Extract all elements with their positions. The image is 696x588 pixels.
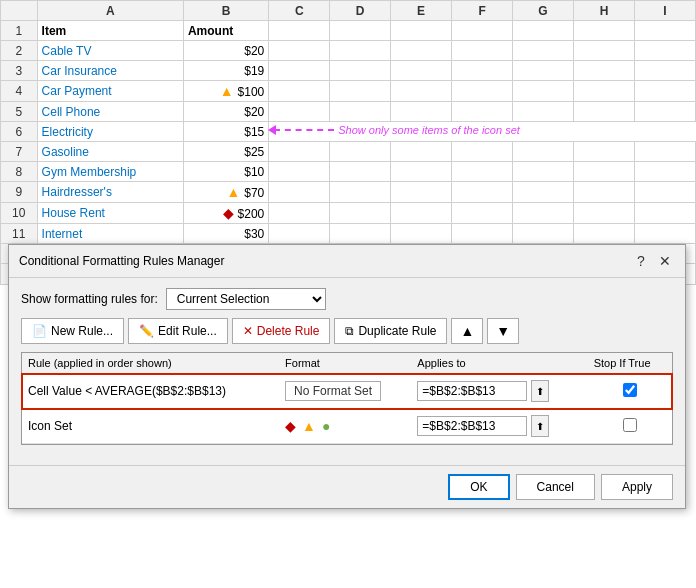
cell-empty bbox=[513, 21, 574, 41]
duplicate-rule-icon: ⧉ bbox=[345, 324, 354, 338]
cell-empty bbox=[391, 102, 452, 122]
col-format: Format bbox=[279, 353, 411, 374]
icon-set-display: ◆▲● bbox=[285, 418, 405, 434]
duplicate-rule-label: Duplicate Rule bbox=[358, 324, 436, 338]
dialog-titlebar: Conditional Formatting Rules Manager ? ✕ bbox=[9, 245, 685, 278]
cell-empty bbox=[391, 142, 452, 162]
titlebar-buttons: ? ✕ bbox=[631, 251, 675, 271]
cell-empty bbox=[452, 182, 513, 203]
cell-item: Gym Membership bbox=[37, 162, 183, 182]
cell-empty bbox=[330, 182, 391, 203]
ok-button[interactable]: OK bbox=[448, 474, 509, 500]
cell-empty bbox=[391, 61, 452, 81]
cell-empty bbox=[634, 142, 695, 162]
applies-to-expand-button[interactable]: ⬆ bbox=[531, 380, 549, 402]
stop-if-true-checkbox[interactable] bbox=[623, 418, 637, 432]
cell-amount: ◆ $200 bbox=[183, 203, 268, 224]
show-rules-dropdown[interactable]: Current Selection This Sheet bbox=[166, 288, 326, 310]
dialog-body: Show formatting rules for: Current Selec… bbox=[9, 278, 685, 465]
cell-amount: $20 bbox=[183, 41, 268, 61]
stop-if-true-checkbox[interactable] bbox=[623, 383, 637, 397]
cell-empty bbox=[330, 142, 391, 162]
applies-to-cell: ⬆ bbox=[411, 374, 587, 409]
cell-empty bbox=[391, 203, 452, 224]
format-diamond-red-icon: ◆ bbox=[285, 418, 296, 434]
rule-row[interactable]: Cell Value < AVERAGE($B$2:$B$13)No Forma… bbox=[22, 374, 672, 409]
cell-amount: ▲ $70 bbox=[183, 182, 268, 203]
rule-row[interactable]: Icon Set◆▲●⬆ bbox=[22, 409, 672, 444]
rule-text-cell: Cell Value < AVERAGE($B$2:$B$13) bbox=[22, 374, 279, 409]
table-row: 6Electricity$15Show only some items of t… bbox=[1, 122, 696, 142]
cell-amount: $25 bbox=[183, 142, 268, 162]
row-number: 10 bbox=[1, 203, 38, 224]
cell-amount: Amount bbox=[183, 21, 268, 41]
cell-item: Car Insurance bbox=[37, 61, 183, 81]
cell-empty bbox=[452, 224, 513, 244]
cell-empty bbox=[452, 102, 513, 122]
rule-text: Cell Value < AVERAGE($B$2:$B$13) bbox=[28, 384, 226, 398]
duplicate-rule-button[interactable]: ⧉ Duplicate Rule bbox=[334, 318, 447, 344]
delete-rule-button[interactable]: ✕ Delete Rule bbox=[232, 318, 331, 344]
cell-empty bbox=[269, 203, 330, 224]
close-button[interactable]: ✕ bbox=[655, 251, 675, 271]
cell-empty bbox=[513, 81, 574, 102]
move-down-button[interactable]: ▼ bbox=[487, 318, 519, 344]
col-header-d: D bbox=[330, 1, 391, 21]
cell-empty bbox=[391, 81, 452, 102]
format-circle-green-icon: ● bbox=[322, 418, 330, 434]
rule-text: Icon Set bbox=[28, 419, 72, 433]
apply-button[interactable]: Apply bbox=[601, 474, 673, 500]
col-header-b: B bbox=[183, 1, 268, 21]
cell-empty bbox=[330, 203, 391, 224]
cell-empty bbox=[634, 182, 695, 203]
cell-empty bbox=[634, 102, 695, 122]
cell-item: Electricity bbox=[37, 122, 183, 142]
cell-empty bbox=[452, 41, 513, 61]
table-row: 3Car Insurance$19 bbox=[1, 61, 696, 81]
cell-empty bbox=[574, 102, 635, 122]
applies-to-input[interactable] bbox=[417, 381, 527, 401]
show-rules-row: Show formatting rules for: Current Selec… bbox=[21, 288, 673, 310]
new-rule-button[interactable]: 📄 New Rule... bbox=[21, 318, 124, 344]
cell-empty bbox=[634, 224, 695, 244]
move-up-button[interactable]: ▲ bbox=[451, 318, 483, 344]
dashed-arrow-icon bbox=[274, 129, 334, 131]
cell-empty bbox=[269, 81, 330, 102]
cancel-button[interactable]: Cancel bbox=[516, 474, 595, 500]
table-row: 5Cell Phone$20 bbox=[1, 102, 696, 122]
delete-rule-label: Delete Rule bbox=[257, 324, 320, 338]
cell-empty bbox=[634, 203, 695, 224]
cell-item: Car Payment bbox=[37, 81, 183, 102]
cell-empty bbox=[269, 142, 330, 162]
cell-empty bbox=[330, 41, 391, 61]
table-row: 9Hairdresser's▲ $70 bbox=[1, 182, 696, 203]
edit-rule-button[interactable]: ✏️ Edit Rule... bbox=[128, 318, 228, 344]
cell-empty bbox=[330, 162, 391, 182]
format-cell: No Format Set bbox=[279, 374, 411, 409]
cell-item: House Rent bbox=[37, 203, 183, 224]
col-header-f: F bbox=[452, 1, 513, 21]
applies-to-expand-button[interactable]: ⬆ bbox=[531, 415, 549, 437]
applies-to-group: ⬆ bbox=[417, 380, 581, 402]
col-header-g: G bbox=[513, 1, 574, 21]
row-number: 9 bbox=[1, 182, 38, 203]
cell-empty bbox=[574, 203, 635, 224]
help-button[interactable]: ? bbox=[631, 251, 651, 271]
cell-empty: Show only some items of the icon set bbox=[269, 122, 696, 142]
cell-empty bbox=[391, 224, 452, 244]
cell-empty bbox=[513, 182, 574, 203]
table-row: 7Gasoline$25 bbox=[1, 142, 696, 162]
table-row: 4Car Payment▲ $100 bbox=[1, 81, 696, 102]
cell-empty bbox=[391, 182, 452, 203]
cell-empty bbox=[574, 142, 635, 162]
cell-empty bbox=[452, 162, 513, 182]
applies-to-input[interactable] bbox=[417, 416, 527, 436]
cell-item: Cell Phone bbox=[37, 102, 183, 122]
cell-item: Hairdresser's bbox=[37, 182, 183, 203]
toolbar-row: 📄 New Rule... ✏️ Edit Rule... ✕ Delete R… bbox=[21, 318, 673, 344]
cell-empty bbox=[330, 61, 391, 81]
col-rule: Rule (applied in order shown) bbox=[22, 353, 279, 374]
applies-to-group: ⬆ bbox=[417, 415, 581, 437]
col-applies-to: Applies to bbox=[411, 353, 587, 374]
cell-empty bbox=[513, 224, 574, 244]
